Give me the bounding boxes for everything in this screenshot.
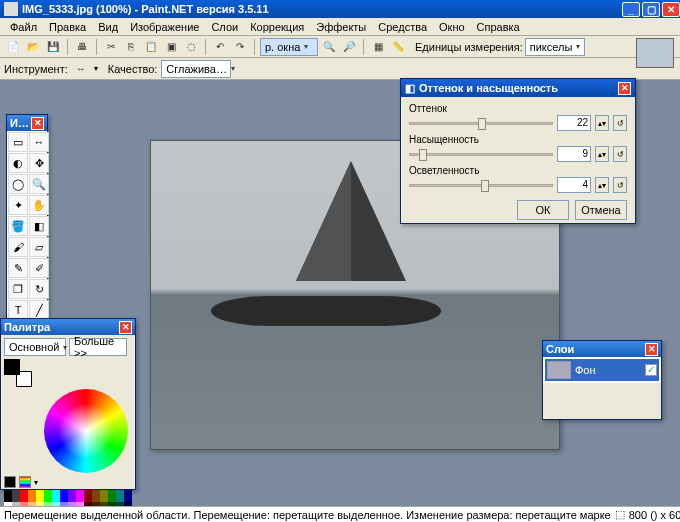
palette-swatch[interactable] [36, 490, 44, 502]
palette-swatch[interactable] [12, 490, 20, 502]
menubar: ФайлПравкаВидИзображениеСлоиКоррекцияЭфф… [0, 18, 680, 36]
hue-sat-dialog: ◧ Оттенок и насыщенность ✕ Оттенок 22 ▴▾… [400, 78, 636, 224]
sat-spin[interactable]: ▴▾ [595, 146, 609, 162]
tool-gradient[interactable]: ◧ [29, 216, 49, 236]
swatch-spectrum[interactable] [19, 476, 31, 488]
palette-swatch[interactable] [100, 490, 108, 502]
light-reset[interactable]: ↺ [613, 177, 627, 193]
sat-slider[interactable] [409, 153, 553, 156]
layer-visible-checkbox[interactable]: ✓ [645, 364, 657, 376]
menu-Эффекты[interactable]: Эффекты [310, 19, 372, 35]
tools-panel-titlebar[interactable]: И… ✕ [7, 115, 47, 131]
units-combo[interactable]: пикселы▾ [525, 38, 585, 56]
close-button[interactable]: ✕ [662, 2, 680, 17]
cut-icon[interactable]: ✂ [102, 38, 120, 56]
tool-move[interactable]: ↔ [29, 132, 49, 152]
undo-icon[interactable]: ↶ [211, 38, 229, 56]
zoom-out-icon[interactable]: 🔎 [340, 38, 358, 56]
palette-swatch[interactable] [44, 490, 52, 502]
fg-color-swatch[interactable] [4, 359, 20, 375]
primary-combo[interactable]: Основной▾ [4, 338, 66, 356]
tool-lasso[interactable]: ◐ [8, 153, 28, 173]
tool-line[interactable]: ╱ [29, 300, 49, 320]
menu-Коррекция[interactable]: Коррекция [244, 19, 310, 35]
tool-pencil[interactable]: ✎ [8, 258, 28, 278]
palette-swatch[interactable] [92, 490, 100, 502]
copy-icon[interactable]: ⎘ [122, 38, 140, 56]
quality-combo[interactable]: Сглажива…▾ [161, 60, 231, 78]
maximize-button[interactable]: ▢ [642, 2, 660, 17]
primary-swatches[interactable] [4, 359, 32, 387]
palette-swatch[interactable] [108, 490, 116, 502]
sat-reset[interactable]: ↺ [613, 146, 627, 162]
menu-Правка[interactable]: Правка [43, 19, 92, 35]
menu-Окно[interactable]: Окно [433, 19, 471, 35]
palette-titlebar[interactable]: Палитра ✕ [1, 319, 135, 335]
palette-swatch[interactable] [124, 490, 132, 502]
minimize-button[interactable]: _ [622, 2, 640, 17]
swatch-black[interactable] [4, 476, 16, 488]
tools-panel-close[interactable]: ✕ [31, 117, 44, 130]
tool-eraser[interactable]: ▱ [29, 237, 49, 257]
light-spin[interactable]: ▴▾ [595, 177, 609, 193]
menu-Вид[interactable]: Вид [92, 19, 124, 35]
deselect-icon[interactable]: ◌ [182, 38, 200, 56]
tool-wand[interactable]: ✦ [8, 195, 28, 215]
sat-input[interactable]: 9 [557, 146, 591, 162]
zoom-in-icon[interactable]: 🔍 [320, 38, 338, 56]
tool-recolor[interactable]: ↻ [29, 279, 49, 299]
tool-fill[interactable]: 🪣 [8, 216, 28, 236]
current-tool-icon[interactable]: ↔ [72, 60, 90, 78]
tool-zoom[interactable]: 🔍 [29, 174, 49, 194]
zoom-combo[interactable]: р. окна▾ [260, 38, 318, 56]
palette-swatch[interactable] [60, 490, 68, 502]
tool-text[interactable]: T [8, 300, 28, 320]
ruler-icon[interactable]: 📏 [389, 38, 407, 56]
palette-swatch[interactable] [28, 490, 36, 502]
tool-move-sel[interactable]: ✥ [29, 153, 49, 173]
hue-sat-close[interactable]: ✕ [618, 82, 631, 95]
palette-swatch[interactable] [84, 490, 92, 502]
palette-swatch[interactable] [68, 490, 76, 502]
menu-Слои[interactable]: Слои [205, 19, 244, 35]
crop-icon[interactable]: ▣ [162, 38, 180, 56]
light-input[interactable]: 4 [557, 177, 591, 193]
menu-Справка[interactable]: Справка [471, 19, 526, 35]
palette-swatch[interactable] [76, 490, 84, 502]
tool-ellipse-select[interactable]: ◯ [8, 174, 28, 194]
hue-input[interactable]: 22 [557, 115, 591, 131]
palette-swatch[interactable] [20, 490, 28, 502]
document-thumbnail[interactable] [636, 38, 674, 68]
ok-button[interactable]: ОК [517, 200, 569, 220]
palette-swatch[interactable] [52, 490, 60, 502]
menu-Средства[interactable]: Средства [372, 19, 433, 35]
tool-clone[interactable]: ❐ [8, 279, 28, 299]
paste-icon[interactable]: 📋 [142, 38, 160, 56]
color-wheel[interactable] [44, 389, 128, 473]
layers-close[interactable]: ✕ [645, 343, 658, 356]
open-icon[interactable]: 📂 [24, 38, 42, 56]
menu-Изображение[interactable]: Изображение [124, 19, 205, 35]
grid-icon[interactable]: ▦ [369, 38, 387, 56]
layer-row[interactable]: Фон ✓ [545, 359, 659, 381]
more-button[interactable]: Больше >> [69, 338, 127, 356]
new-icon[interactable]: 📄 [4, 38, 22, 56]
tool-picker[interactable]: ✐ [29, 258, 49, 278]
redo-icon[interactable]: ↷ [231, 38, 249, 56]
hue-spin[interactable]: ▴▾ [595, 115, 609, 131]
print-icon[interactable]: 🖶 [73, 38, 91, 56]
light-slider[interactable] [409, 184, 553, 187]
tool-brush[interactable]: 🖌 [8, 237, 28, 257]
tool-pan[interactable]: ✋ [29, 195, 49, 215]
hue-sat-titlebar[interactable]: ◧ Оттенок и насыщенность ✕ [401, 79, 635, 97]
tool-rect-select[interactable]: ▭ [8, 132, 28, 152]
palette-swatch[interactable] [116, 490, 124, 502]
hue-reset[interactable]: ↺ [613, 115, 627, 131]
cancel-button[interactable]: Отмена [575, 200, 627, 220]
palette-close[interactable]: ✕ [119, 321, 132, 334]
layers-titlebar[interactable]: Слои ✕ [543, 341, 661, 357]
save-icon[interactable]: 💾 [44, 38, 62, 56]
hue-slider[interactable] [409, 122, 553, 125]
palette-swatch[interactable] [4, 490, 12, 502]
menu-Файл[interactable]: Файл [4, 19, 43, 35]
